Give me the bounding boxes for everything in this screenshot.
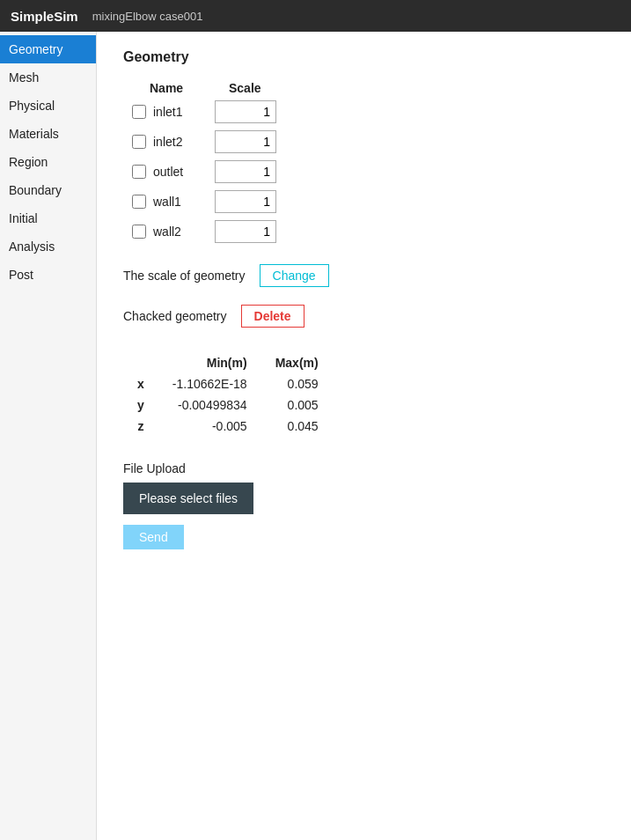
send-button[interactable]: Send [123, 525, 184, 549]
col-name-header: Name [150, 81, 229, 95]
bbox-z-min: -0.005 [158, 416, 261, 437]
inlet1-checkbox[interactable] [132, 105, 146, 119]
outlet-name: outlet [153, 165, 215, 179]
checked-row: Chacked geometry Delete [123, 305, 605, 328]
sidebar-item-mesh[interactable]: Mesh [0, 63, 96, 92]
inlet2-checkbox[interactable] [132, 135, 146, 149]
scale-label: The scale of geometry [123, 269, 246, 283]
geometry-table: Name Scale inlet1 inlet2 outlet wall1 [123, 81, 605, 243]
bbox-row-y: y -0.00499834 0.005 [123, 394, 333, 416]
file-upload-label: File Upload [123, 461, 605, 475]
inlet1-name: inlet1 [153, 105, 215, 119]
table-row: wall2 [123, 220, 605, 243]
sidebar-item-analysis[interactable]: Analysis [0, 232, 96, 261]
delete-button[interactable]: Delete [241, 305, 304, 328]
file-select-button[interactable]: Please select files [123, 483, 253, 514]
scale-row: The scale of geometry Change [123, 264, 605, 287]
sidebar-item-geometry[interactable]: Geometry [0, 35, 96, 63]
wall2-name: wall2 [153, 225, 215, 239]
app-header: SimpleSim mixingElbow case001 [0, 0, 631, 32]
wall2-checkbox[interactable] [132, 225, 146, 239]
bbox-x-min: -1.10662E-18 [158, 373, 261, 394]
wall1-scale-input[interactable] [215, 190, 276, 213]
bbox-x-axis: x [123, 373, 158, 394]
bbox-z-max: 0.045 [261, 416, 333, 437]
table-row: outlet [123, 160, 605, 183]
file-upload-section: File Upload Please select files Send [123, 461, 605, 549]
project-name: mixingElbow case001 [92, 10, 203, 23]
sidebar-item-post[interactable]: Post [0, 261, 96, 289]
sidebar-item-boundary[interactable]: Boundary [0, 176, 96, 204]
outlet-checkbox[interactable] [132, 165, 146, 179]
inlet2-scale-input[interactable] [215, 130, 276, 153]
bbox-row-z: z -0.005 0.045 [123, 416, 333, 437]
bbox-y-max: 0.005 [261, 394, 333, 416]
section-title: Geometry [123, 49, 605, 65]
app-title: SimpleSim [11, 9, 78, 24]
outlet-scale-input[interactable] [215, 160, 276, 183]
main-layout: Geometry Mesh Physical Materials Region … [0, 32, 631, 840]
sidebar-item-materials[interactable]: Materials [0, 120, 96, 148]
checked-label: Chacked geometry [123, 309, 227, 323]
table-header: Name Scale [123, 81, 605, 95]
bbox-y-min: -0.00499834 [158, 394, 261, 416]
bbox-axis-header [123, 352, 158, 373]
sidebar-item-initial[interactable]: Initial [0, 204, 96, 232]
table-row: inlet1 [123, 100, 605, 123]
sidebar: Geometry Mesh Physical Materials Region … [0, 32, 97, 840]
change-button[interactable]: Change [260, 264, 329, 287]
sidebar-item-region[interactable]: Region [0, 148, 96, 176]
bbox-min-header: Min(m) [158, 352, 261, 373]
bbox-table: Min(m) Max(m) x -1.10662E-18 0.059 y -0.… [123, 352, 605, 437]
wall1-checkbox[interactable] [132, 195, 146, 209]
inlet2-name: inlet2 [153, 135, 215, 149]
table-row: inlet2 [123, 130, 605, 153]
bbox-max-header: Max(m) [261, 352, 333, 373]
bbox-x-max: 0.059 [261, 373, 333, 394]
bbox-row-x: x -1.10662E-18 0.059 [123, 373, 333, 394]
inlet1-scale-input[interactable] [215, 100, 276, 123]
main-content: Geometry Name Scale inlet1 inlet2 outlet [97, 32, 631, 840]
wall2-scale-input[interactable] [215, 220, 276, 243]
col-scale-header: Scale [229, 81, 299, 95]
bbox-z-axis: z [123, 416, 158, 437]
sidebar-item-physical[interactable]: Physical [0, 92, 96, 120]
bbox-y-axis: y [123, 394, 158, 416]
table-row: wall1 [123, 190, 605, 213]
wall1-name: wall1 [153, 195, 215, 209]
